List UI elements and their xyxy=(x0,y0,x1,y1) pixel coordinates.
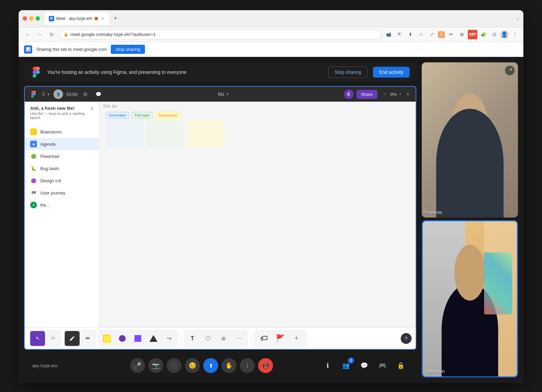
sidebar-item-re[interactable]: ● Re... xyxy=(25,199,99,211)
traffic-light-yellow[interactable] xyxy=(29,16,34,21)
figma-zoom-in[interactable]: + xyxy=(404,90,412,98)
text-tool[interactable]: T xyxy=(185,331,200,346)
pen-tool[interactable] xyxy=(65,331,80,346)
sticker-add[interactable]: + xyxy=(289,331,304,346)
traffic-lights xyxy=(23,16,40,21)
sidebar-item-flowchart[interactable]: 🟢 Flowchart xyxy=(25,150,99,162)
extension-check[interactable]: ✓ xyxy=(427,30,437,39)
rect-tool[interactable] xyxy=(130,331,145,346)
nav-bar: ← → ↻ 🔒 meet.google.com/aky-hzpk-ehr?aut… xyxy=(19,27,523,42)
profile-avatar[interactable]: 👤 xyxy=(500,30,508,39)
sidebar-collapse-btn[interactable]: ∧ xyxy=(90,106,93,111)
chrome-stop-sharing-btn[interactable]: Stop sharing xyxy=(111,45,145,54)
sharing-icon: 📊 xyxy=(24,45,32,54)
camera-btn[interactable]: 📹 xyxy=(384,30,393,39)
figma-user-avatar: 👤 xyxy=(54,89,63,99)
help-btn[interactable]: ? xyxy=(401,333,412,344)
elad-head xyxy=(454,245,485,301)
meet-code: aky-hzpk-ehr xyxy=(32,363,83,368)
sticker-1[interactable]: 🏷 xyxy=(256,331,271,346)
table-tool[interactable]: ⊞ xyxy=(216,331,231,346)
meet-area: You're hosting an activity using Figma, … xyxy=(19,57,422,383)
tab-menu-btn[interactable]: ⌄ xyxy=(516,16,519,21)
pencil-tool[interactable]: ✏ xyxy=(80,331,95,346)
tab-favicon: M xyxy=(49,16,54,21)
present-btn[interactable]: ⬆ xyxy=(203,358,218,373)
stop-sharing-btn[interactable]: Stop sharing xyxy=(328,66,368,78)
sidebar-item-brainstorm[interactable]: 🟡 Brainstorm xyxy=(25,126,99,138)
figma-layout-btn[interactable]: ⊞ xyxy=(81,89,90,99)
arrow-tool[interactable]: ↪ xyxy=(162,331,176,346)
canvas-frame: Ice breaker First topic Second topic xyxy=(106,112,181,119)
chrome-menu-btn[interactable]: ⋮ xyxy=(510,30,519,39)
nav-actions: 📹 ⇱ ⬆ ☆ ✓ E ✂ ⊞ ABP 🧩 ⊡ 👤 ⋮ xyxy=(384,30,519,39)
ext-icon-3[interactable]: ⊞ xyxy=(457,30,466,39)
elad-bg-art xyxy=(484,252,512,314)
sharing-bar: 📊 Sharing this tab to meet.google.com St… xyxy=(19,42,523,57)
canvas-sticky-icebreaker[interactable]: Ice breaker xyxy=(106,112,129,119)
extensions-btn[interactable]: 🧩 xyxy=(479,30,488,39)
canvas-area-green xyxy=(147,120,184,147)
info-btn[interactable]: ℹ xyxy=(320,358,335,373)
re-icon: ● xyxy=(30,202,37,208)
bookmark-btn[interactable]: ☆ xyxy=(416,30,426,39)
back-btn[interactable]: ← xyxy=(23,30,32,39)
ext-icon-2[interactable]: ✂ xyxy=(446,30,456,39)
safety-btn[interactable]: 🔒 xyxy=(393,358,408,373)
sticker-2[interactable]: 🚩 xyxy=(273,331,288,346)
split-view-btn[interactable]: ⊡ xyxy=(489,30,499,39)
francois-video-tile: 🎤 Francois xyxy=(422,62,518,218)
raise-hand-btn[interactable]: ✋ xyxy=(222,358,236,373)
svg-rect-1 xyxy=(104,335,111,343)
sticky-tool[interactable] xyxy=(99,331,114,346)
share-btn[interactable]: ⬆ xyxy=(405,30,415,39)
participants-badge: 3 xyxy=(348,357,354,364)
triangle-icon xyxy=(149,334,158,343)
captions-btn[interactable]: ⬛ xyxy=(167,358,182,373)
more-btn[interactable]: ⋮ xyxy=(240,358,255,373)
figma-comment-btn[interactable]: 💬 xyxy=(93,89,103,99)
francois-name: Francois xyxy=(425,210,442,215)
end-call-btn[interactable]: 📵 xyxy=(258,358,273,373)
forward-btn[interactable]: → xyxy=(35,30,44,39)
circle-tool[interactable] xyxy=(115,331,130,346)
figma-body: Ahh, a fresh new file! Use the ↑↓ keys t… xyxy=(25,102,416,327)
open-tab-btn[interactable]: ⇱ xyxy=(395,30,404,39)
canvas-sticky-firsttopic[interactable]: First topic xyxy=(132,112,152,119)
activities-btn[interactable]: 🎮 xyxy=(375,358,390,373)
figma-sidebar-title: Ahh, a fresh new file! xyxy=(30,106,90,111)
sidebar-item-userjourney[interactable]: 🗺 User journey xyxy=(25,187,99,199)
sidebar-item-designcrit[interactable]: 🟣 Design crit xyxy=(25,174,99,187)
tab-close-btn[interactable]: × xyxy=(100,16,105,21)
canvas-sticky-secondtopic[interactable]: Second topic xyxy=(155,112,181,119)
figma-share-btn[interactable]: Share xyxy=(356,90,378,99)
traffic-light-green[interactable] xyxy=(36,16,40,21)
select-tool[interactable]: ↖ xyxy=(30,331,45,346)
sidebar-item-bugbash[interactable]: 🐛 Bug bash xyxy=(25,162,99,174)
chat-btn[interactable]: 💬 xyxy=(357,358,372,373)
frame-tool[interactable]: ⬡ xyxy=(201,331,215,346)
emoji-btn[interactable]: 😊 xyxy=(185,358,200,373)
figma-timer: 03:00 xyxy=(66,92,78,97)
separator-2 xyxy=(251,333,251,344)
microphone-btn[interactable]: 🎤 xyxy=(130,358,145,373)
triangle-tool[interactable] xyxy=(146,331,161,346)
active-tab[interactable]: M Meet - aky-hzpk-ehr × xyxy=(45,13,109,25)
camera-btn[interactable]: 📷 xyxy=(148,358,163,373)
address-bar[interactable]: 🔒 meet.google.com/aky-hzpk-ehr?authuser=… xyxy=(59,29,381,40)
tab-recording-dot xyxy=(95,17,98,20)
designcrit-icon: 🟣 xyxy=(30,177,37,184)
ext-icon-1[interactable]: E xyxy=(438,31,445,38)
sidebar-item-agenda[interactable]: ■ Agenda xyxy=(25,138,99,150)
hand-tool[interactable]: ☞ xyxy=(46,331,61,346)
traffic-light-red[interactable] xyxy=(23,16,27,21)
more-tools[interactable]: ⋯ xyxy=(232,331,247,346)
end-activity-btn[interactable]: End activity xyxy=(373,67,410,78)
figma-logo-btn[interactable] xyxy=(29,89,38,99)
figma-hamburger[interactable]: ☰ ▼ xyxy=(42,92,50,97)
francois-mute-icon: 🎤 xyxy=(505,66,515,75)
refresh-btn[interactable]: ↻ xyxy=(47,30,57,39)
figma-zoom-out[interactable]: − xyxy=(381,90,388,98)
new-tab-btn[interactable]: + xyxy=(111,14,120,23)
ext-icon-4[interactable]: ABP xyxy=(468,30,477,39)
